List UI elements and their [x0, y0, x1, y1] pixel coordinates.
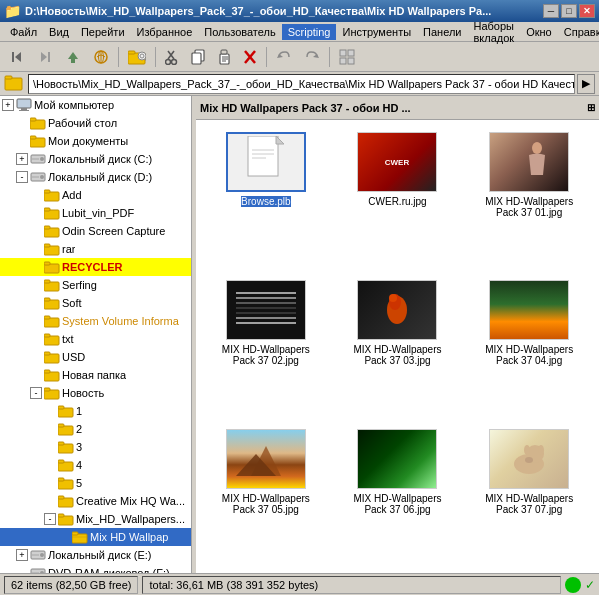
svg-rect-75 — [58, 424, 64, 427]
file-item[interactable]: MIX HD-Wallpapers Pack 37 05.jpg — [204, 425, 328, 565]
tree-item[interactable]: - Mix_HD_Wallpapers... — [0, 510, 191, 528]
tree-item[interactable]: 3 — [0, 438, 191, 456]
file-panel-title: Mix HD Wallpapers Pack 37 - обои HD ... — [200, 102, 587, 114]
paste-button[interactable] — [212, 45, 236, 69]
tree-item[interactable]: RECYCLER — [0, 258, 191, 276]
tree-item[interactable]: txt — [0, 330, 191, 348]
home-button[interactable] — [88, 45, 114, 69]
tree-item[interactable]: 4 — [0, 456, 191, 474]
tree-item-icon — [44, 206, 60, 220]
tree-expander[interactable]: + — [2, 99, 14, 111]
close-button[interactable]: ✕ — [579, 4, 595, 18]
tree-item[interactable]: + Мой компьютер — [0, 96, 191, 114]
svg-rect-83 — [58, 496, 64, 499]
view-button[interactable] — [334, 45, 360, 69]
maximize-button[interactable]: □ — [561, 4, 577, 18]
window-controls: ─ □ ✕ — [543, 4, 595, 18]
menu-tabsets[interactable]: Наборы вкладок — [468, 18, 521, 46]
tree-item[interactable]: USD — [0, 348, 191, 366]
up-button[interactable] — [60, 45, 86, 69]
file-label: CWER.ru.jpg — [368, 196, 426, 207]
tree-item[interactable]: 5 — [0, 474, 191, 492]
file-item[interactable]: MIX HD-Wallpapers Pack 37 04.jpg — [467, 276, 591, 416]
copy-button[interactable] — [186, 45, 210, 69]
file-item[interactable]: MIX HD-Wallpapers Pack 37 07.jpg — [467, 425, 591, 565]
tree-item[interactable]: - Локальный диск (D:) — [0, 168, 191, 186]
file-thumbnail — [489, 132, 569, 192]
svg-rect-44 — [32, 158, 39, 160]
file-item[interactable]: MIX HD-Wallpapers Pack 37 03.jpg — [336, 276, 460, 416]
tree-item[interactable]: Soft — [0, 294, 191, 312]
svg-point-115 — [525, 457, 533, 463]
tree-expander[interactable]: - — [30, 387, 42, 399]
tree-item[interactable]: Рабочий стол — [0, 114, 191, 132]
svg-rect-53 — [44, 226, 50, 229]
file-item[interactable]: MIX HD-Wallpapers Pack 37 06.jpg — [336, 425, 460, 565]
tree-item[interactable]: Add — [0, 186, 191, 204]
status-green-icon — [565, 577, 581, 593]
file-item[interactable]: Browse.plb — [204, 128, 328, 268]
folder-icon-button[interactable] — [123, 45, 151, 69]
file-item[interactable]: CWER CWER.ru.jpg — [336, 128, 460, 268]
file-item[interactable]: MIX HD-Wallpapers Pack 37 01.jpg — [467, 128, 591, 268]
file-thumbnail — [489, 429, 569, 489]
tree-item-label: System Volume Informa — [62, 315, 179, 327]
undo-button[interactable] — [271, 45, 297, 69]
menu-view[interactable]: Перейти — [75, 24, 131, 40]
tree-item[interactable]: Мои документы — [0, 132, 191, 150]
tree-item[interactable]: Mix HD Wallpap — [0, 528, 191, 546]
tree-item[interactable]: Lubit_vin_PDF — [0, 204, 191, 222]
tree-item-icon — [58, 458, 74, 472]
menu-panes[interactable]: Панели — [417, 24, 467, 40]
back-button[interactable] — [4, 45, 30, 69]
tree-item-icon — [44, 224, 60, 238]
tree-item[interactable]: + Локальный диск (C:) — [0, 150, 191, 168]
tree-item[interactable]: - Новость — [0, 384, 191, 402]
file-item[interactable]: MIX HD-Wallpapers Pack 37 02.jpg — [204, 276, 328, 416]
tree-item[interactable]: rar — [0, 240, 191, 258]
menu-scripting[interactable]: Scripting — [282, 24, 337, 40]
address-input[interactable]: \Новость\Mix_HD_Wallpapers_Pack_37_-_обо… — [28, 74, 575, 94]
tree-item[interactable]: DVD-RAM дисковод (F:) — [0, 564, 191, 573]
redo-button[interactable] — [299, 45, 325, 69]
delete-button[interactable] — [238, 45, 262, 69]
tree-item[interactable]: + Локальный диск (E:) — [0, 546, 191, 564]
tree-item[interactable]: Новая папка — [0, 366, 191, 384]
tree-item[interactable]: System Volume Informa — [0, 312, 191, 330]
menu-tools[interactable]: Инструменты — [336, 24, 417, 40]
tree-item-icon — [44, 260, 60, 274]
cut-button[interactable] — [160, 45, 184, 69]
file-label: MIX HD-Wallpapers Pack 37 03.jpg — [353, 344, 441, 366]
menu-favorites[interactable]: Пользователь — [198, 24, 281, 40]
tree-expander[interactable]: + — [16, 153, 28, 165]
menu-file[interactable]: Файл — [4, 24, 43, 40]
tree-item[interactable]: 1 — [0, 402, 191, 420]
tree-expander — [58, 531, 70, 543]
forward-button[interactable] — [32, 45, 58, 69]
svg-rect-21 — [221, 50, 227, 54]
minimize-button[interactable]: ─ — [543, 4, 559, 18]
svg-rect-30 — [348, 50, 354, 56]
svg-rect-93 — [32, 572, 39, 573]
tree-expander[interactable]: - — [44, 513, 56, 525]
tree-expander — [30, 189, 42, 201]
menu-go[interactable]: Избранное — [131, 24, 199, 40]
tree-item-icon — [58, 476, 74, 490]
svg-rect-34 — [5, 76, 12, 79]
svg-rect-41 — [30, 136, 36, 139]
tree-expander — [16, 567, 28, 573]
tree-item[interactable]: Creative Mix HQ Wa... — [0, 492, 191, 510]
svg-rect-73 — [58, 406, 64, 409]
tree-item[interactable]: Odin Screen Capture — [0, 222, 191, 240]
tree-item[interactable]: Serfing — [0, 276, 191, 294]
tree-expander[interactable]: - — [16, 171, 28, 183]
header-expand-icon[interactable]: ⊞ — [587, 102, 595, 113]
menu-help[interactable]: Справка — [558, 24, 599, 40]
tree-expander[interactable]: + — [16, 549, 28, 561]
tree-item-icon — [58, 422, 74, 436]
menu-edit[interactable]: Вид — [43, 24, 75, 40]
addressbar-go-button[interactable]: ▶ — [577, 74, 595, 94]
svg-rect-37 — [19, 110, 29, 111]
tree-item[interactable]: 2 — [0, 420, 191, 438]
menu-window[interactable]: Окно — [520, 24, 558, 40]
